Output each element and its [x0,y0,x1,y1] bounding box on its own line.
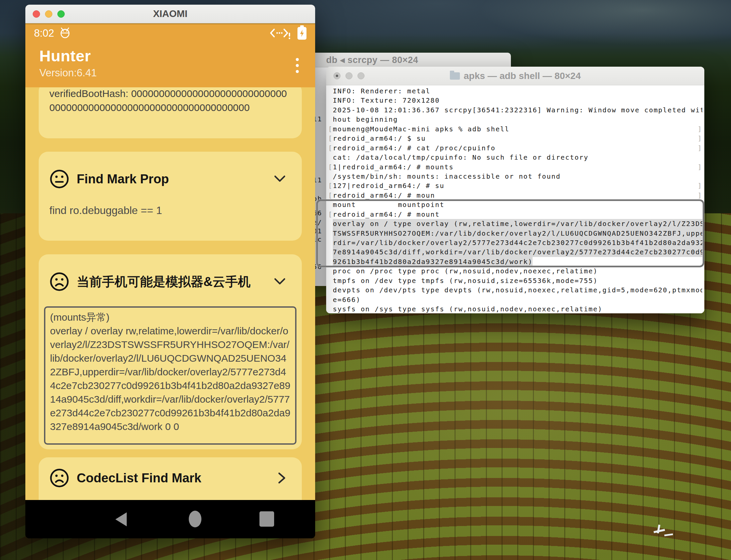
overflow-menu-button[interactable] [290,55,304,75]
terminal-line: overlay on / type overlay (rw,relatime,l… [328,219,702,228]
battery-charging-icon [297,27,306,40]
status-time: 8:02 [34,27,54,39]
verified-boot-hash-text: verifiedBootHash: 0000000000000000000000… [49,87,291,115]
adb-robot-icon [59,27,71,39]
terminal-line: 9261b3b4f41b2d80a2da9327e8914a9045c3d/wo… [328,257,702,266]
terminal-content[interactable]: INFO: Renderer: metalINFO: Texture: 720x… [326,85,704,313]
mounts-overlay-text: overlay / overlay rw,relatime,lowerdir=/… [50,324,290,433]
terminal-window[interactable]: apks — adb shell — 80×24 INFO: Renderer:… [326,67,704,313]
recents-button[interactable] [259,511,274,527]
minimize-button[interactable] [345,72,352,79]
terminal-line: [redroid_arm64:/ # mount [328,210,702,219]
drone-icon [651,522,674,542]
sad-face-icon [49,271,70,292]
status-icons-right [269,27,306,40]
terminal-line: proc on /proc type proc (rw,nosuid,nodev… [328,266,702,276]
card-verified-boot-hash: verifiedBootHash: 0000000000000000000000… [39,87,302,138]
chevron-down-icon[interactable] [270,274,289,289]
card-emulator-warning[interactable]: 当前手机可能是模拟器&云手机 (mounts异常) overlay / over… [39,254,302,449]
terminal-line: INFO: Renderer: metal [328,86,702,96]
app-title: Hunter [39,47,315,65]
terminal-line: [moumeng@MoudeMac-mini apks % adb shell] [328,124,702,134]
folder-icon [450,72,460,80]
chevron-right-icon[interactable] [274,469,289,487]
mounts-anomaly-label: (mounts异常) [50,310,290,324]
neutral-face-icon [49,168,70,190]
terminal-line: [redroid_arm64:/ # moun] [328,191,702,200]
chevron-down-icon[interactable] [270,172,289,186]
close-button[interactable] [333,72,340,79]
scrcpy-titlebar[interactable]: XIAOMI [25,5,315,23]
card-title: Find Mark Prop [77,172,270,186]
terminal-line: 7e8914a9045c3d/diff,workdir=/var/lib/doc… [328,247,702,257]
terminal-line: e=666) [328,295,702,304]
terminal-line: sysfs on /sys type sysfs (rw,nosuid,node… [328,304,702,313]
card-title: CodecList Find Mark [77,471,274,485]
terminal-line: cat: /data/local/tmp/cpuinfo: No such fi… [328,153,702,162]
terminal-line: TSWSSFR5URYHHSO27OQEM:/var/lib/docker/ov… [328,229,702,238]
card-body-text: find ro.debuggable == 1 [39,190,302,217]
scrcpy-window[interactable]: XIAOMI 8:02 [25,5,315,538]
zoom-button[interactable] [357,72,364,79]
android-status-bar: 8:02 [25,23,315,43]
terminal-line: tmpfs on /dev type tmpfs (rw,nosuid,size… [328,276,702,285]
card-title: 当前手机可能是模拟器&云手机 [77,273,270,290]
android-nav-bar [25,500,315,538]
terminal-line: hout beginning [328,115,702,124]
terminal-line: [redroid_arm64:/ # cat /proc/cpuinfo] [328,143,702,153]
card-header[interactable]: CodecList Find Mark [39,467,302,489]
sad-face-icon [49,467,70,489]
home-button[interactable] [189,511,201,527]
terminal-line: INFO: Texture: 720x1280 [328,96,702,105]
card-codeclist[interactable]: CodecList Find Mark [39,457,302,500]
card-header[interactable]: 当前手机可能是模拟器&云手机 [39,271,302,292]
terminal-line: mount mountpoint [328,200,702,209]
terminal-line: [redroid_arm64:/ $ su] [328,134,702,143]
network-bridge-icon [269,27,291,40]
back-button[interactable] [115,512,127,526]
terminal-line: devpts on /dev/pts type devpts (rw,nosui… [328,285,702,295]
background-window-title: db ◂ scrcpy — 80×24 [326,55,418,65]
scrcpy-window-title: XIAOMI [25,8,315,19]
mounts-output-box: (mounts异常) overlay / overlay rw,relatime… [44,306,296,445]
terminal-line: 2025-10-08 12:01:36.367 scrcpy[36541:232… [328,105,702,115]
android-screen: 8:02 [25,23,315,538]
terminal-line: rdir=/var/lib/docker/overlay2/5777e273d4… [328,238,702,247]
terminal-line: /system/bin/sh: mounts: inaccessible or … [328,172,702,181]
terminal-window-title: apks — adb shell — 80×24 [464,71,581,81]
card-find-mark-prop[interactable]: Find Mark Prop find ro.debuggable == 1 [39,152,302,241]
terminal-line: [1|redroid_arm64:/ # mounts] [328,162,702,172]
app-header: Hunter Version:6.41 [25,43,315,87]
terminal-line: [127|redroid_arm64:/ # su] [328,181,702,190]
app-version: Version:6.41 [39,67,315,79]
card-header[interactable]: Find Mark Prop [39,168,302,190]
app-content: verifiedBootHash: 0000000000000000000000… [25,87,315,500]
terminal-titlebar[interactable]: apks — adb shell — 80×24 [326,67,704,85]
